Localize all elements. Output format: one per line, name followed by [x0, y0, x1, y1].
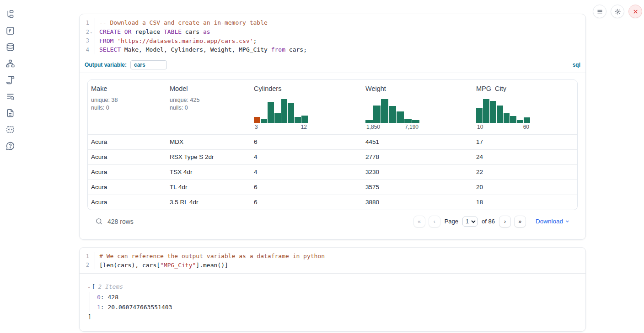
histogram-bar — [397, 111, 404, 122]
code-line[interactable]: 4SELECT Make, Model, Cylinders, Weight, … — [80, 45, 585, 54]
code-line[interactable]: 3FROM 'https://datasets.marimo.app/cars.… — [80, 36, 585, 45]
output-variable-input[interactable] — [130, 60, 167, 69]
snippets-icon[interactable] — [5, 125, 15, 134]
column-header[interactable]: MPG_City1060 — [473, 85, 577, 130]
histogram-bar — [504, 113, 510, 123]
histogram-bar — [483, 99, 489, 123]
tree-item: 0: 428 — [97, 292, 576, 302]
code-line[interactable]: 1-- Download a CSV and create an in-memo… — [80, 18, 585, 27]
histogram-bar — [261, 119, 267, 122]
table-row[interactable]: AcuraTL 4dr6357520 — [88, 180, 577, 195]
histogram-axis-labels: 1060 — [476, 123, 530, 130]
python-code-editor[interactable]: 1# We can reference the output variable … — [80, 248, 585, 273]
histogram-bar — [295, 117, 301, 123]
row-count: 428 rows — [107, 218, 134, 225]
table-cell: Acura — [88, 169, 166, 175]
column-name: Cylinders — [254, 85, 362, 92]
tree-root: ⌄ [ 2 Items — [88, 282, 576, 291]
open-bracket: [ — [91, 283, 95, 290]
histogram-bar — [281, 99, 288, 123]
tree-items: 0: 4281: 20.060747663551403 — [90, 292, 576, 312]
scratchpad-icon[interactable] — [5, 75, 15, 85]
code-line[interactable]: 2⌄CREATE OR replace TABLE cars as — [80, 27, 585, 37]
close-bracket: ] — [88, 312, 576, 321]
dependencies-icon[interactable] — [5, 59, 15, 69]
histogram-bar — [510, 116, 516, 123]
download-button[interactable]: Download — [536, 218, 570, 225]
fold-chevron-icon[interactable]: ⌄ — [89, 30, 93, 34]
table-cell: 6 — [251, 184, 362, 190]
table-cell: 2778 — [362, 153, 473, 160]
settings-button[interactable] — [611, 5, 624, 18]
table-cell: 4 — [251, 169, 362, 175]
table-cell: 3230 — [362, 169, 473, 175]
window-controls — [593, 5, 642, 18]
histogram-bar — [490, 101, 496, 123]
table-cell: 3880 — [362, 199, 473, 206]
column-header[interactable]: Makeunique: 38nulls: 0 — [88, 85, 166, 130]
interrupt-button[interactable] — [628, 5, 642, 18]
histogram-bar — [254, 117, 260, 123]
column-histogram: 1060 — [476, 99, 530, 130]
logs-icon[interactable] — [5, 92, 15, 101]
next-page-button[interactable]: › — [499, 216, 511, 227]
histogram-bar — [365, 120, 373, 123]
histogram-bar — [288, 103, 294, 123]
documentation-icon[interactable] — [5, 108, 15, 118]
table-cell: 17 — [473, 138, 577, 145]
histogram-bar — [268, 102, 274, 123]
menu-button[interactable] — [593, 5, 606, 18]
histogram-bar — [389, 106, 396, 122]
column-header[interactable]: Weight1,8507,190 — [362, 85, 473, 130]
table-row[interactable]: AcuraMDX6445117 — [88, 134, 577, 149]
table-header: Makeunique: 38nulls: 0Modelunique: 425nu… — [88, 80, 577, 134]
table-cell: 3.5 RL 4dr — [166, 199, 251, 206]
histogram-bar — [381, 99, 388, 123]
column-histogram: 312 — [254, 99, 308, 130]
python-cell: 1# We can reference the output variable … — [79, 247, 586, 332]
page-select[interactable]: 1 — [462, 217, 478, 227]
prev-page-button[interactable]: ‹ — [429, 216, 440, 227]
column-header[interactable]: Cylinders312 — [251, 85, 362, 130]
table-row[interactable]: Acura3.5 RL 4dr6388018 — [88, 195, 577, 210]
histogram-bar — [497, 106, 503, 122]
functions-icon[interactable] — [5, 26, 15, 36]
python-output-tree: ⌄ [ 2 Items 0: 4281: 20.060747663551403 … — [80, 274, 585, 331]
table-row[interactable]: AcuraRSX Type S 2dr4277824 — [88, 149, 577, 164]
column-header[interactable]: Modelunique: 425nulls: 0 — [166, 85, 251, 130]
collapse-chevron-icon[interactable]: ⌄ — [88, 284, 90, 289]
sql-cell: 1-- Download a CSV and create an in-memo… — [79, 14, 586, 240]
table-footer: 428 rows « ‹ Page 1 of 86 › » Download — [87, 210, 578, 235]
histogram-bar — [524, 117, 530, 122]
histogram-axis-labels: 1,8507,190 — [365, 123, 419, 130]
table-cell: RSX Type S 2dr — [166, 153, 251, 160]
table-cell: Acura — [88, 153, 166, 160]
sql-code-editor[interactable]: 1-- Download a CSV and create an in-memo… — [80, 14, 585, 58]
table-row[interactable]: AcuraTSX 4dr4323022 — [88, 164, 577, 180]
download-label: Download — [536, 218, 563, 225]
first-page-button[interactable]: « — [413, 216, 425, 227]
last-page-button[interactable]: » — [514, 216, 526, 227]
output-variable-label: Output variable: — [85, 62, 127, 68]
datasources-icon[interactable] — [5, 42, 15, 52]
file-explorer-icon[interactable] — [5, 10, 15, 19]
code-line[interactable]: 1# We can reference the output variable … — [80, 252, 585, 261]
histogram-bar — [274, 113, 281, 123]
line-number-gutter: 4 — [80, 45, 95, 54]
histogram-axis-labels: 312 — [254, 123, 308, 130]
pagination: « ‹ Page 1 of 86 › » Download — [413, 216, 570, 227]
table-cell: 22 — [473, 169, 577, 175]
language-badge[interactable]: sql — [573, 62, 580, 68]
line-number-gutter: 3 — [80, 36, 95, 45]
code-line[interactable]: 2[len(cars), cars["MPG_City"].mean()] — [80, 260, 585, 270]
help-icon[interactable] — [5, 141, 15, 151]
table-cell: 3575 — [362, 184, 473, 190]
column-name: MPG_City — [476, 85, 577, 92]
notebook-main: 1-- Download a CSV and create an in-memo… — [79, 14, 586, 333]
line-number-gutter: 1 — [80, 18, 95, 27]
table-cell: MDX — [166, 138, 251, 145]
table-cell: 4451 — [362, 138, 473, 145]
column-stats: unique: 38nulls: 0 — [91, 96, 166, 112]
search-icon[interactable] — [95, 217, 103, 225]
line-number-gutter: 1 — [80, 252, 95, 261]
